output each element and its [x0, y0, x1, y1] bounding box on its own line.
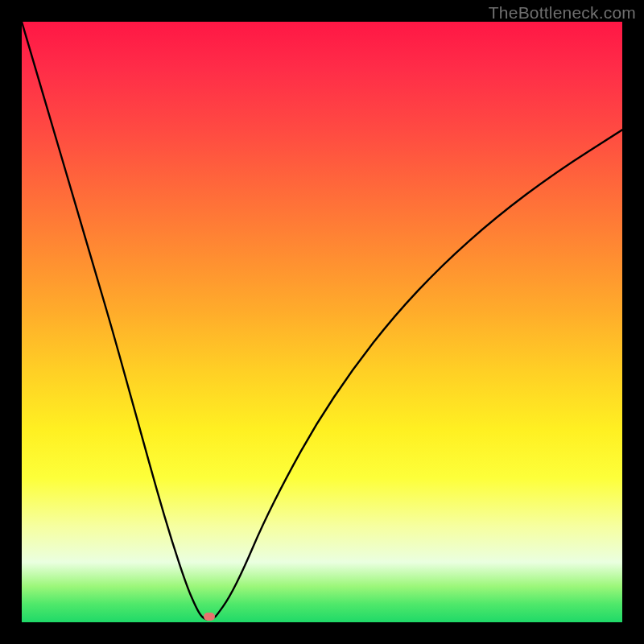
optimal-point-marker — [204, 613, 215, 621]
plot-area — [22, 22, 622, 622]
watermark-text: TheBottleneck.com — [489, 3, 636, 23]
bottleneck-curve — [22, 22, 622, 622]
chart-frame: TheBottleneck.com — [0, 0, 644, 644]
